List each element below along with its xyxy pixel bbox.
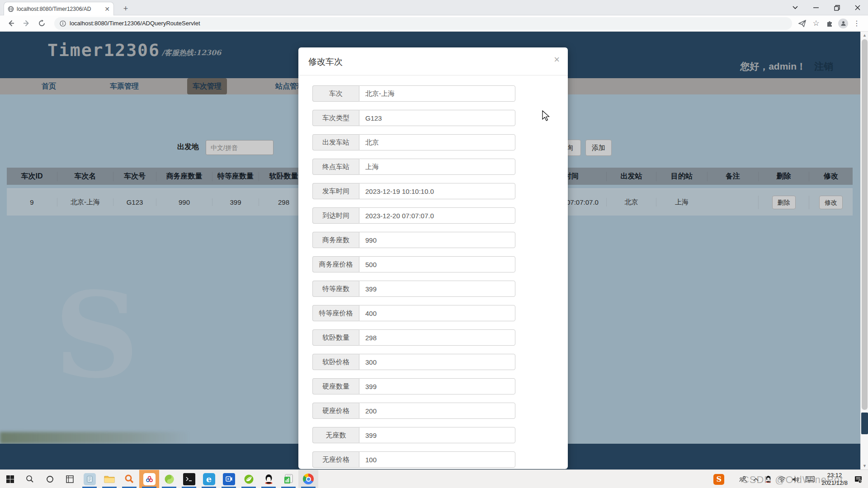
- field-input[interactable]: [359, 110, 515, 126]
- field-input[interactable]: [359, 354, 515, 370]
- scroll-up-icon[interactable]: ▲: [861, 32, 868, 39]
- tray-qq-icon[interactable]: [765, 475, 772, 483]
- field-train-type: 车次类型: [312, 110, 568, 126]
- action-center-icon[interactable]: [854, 476, 862, 483]
- back-icon[interactable]: [5, 17, 17, 30]
- field-label: 商务座数: [312, 232, 359, 248]
- info-icon[interactable]: [60, 20, 66, 27]
- clock-time: 23:12: [821, 472, 848, 479]
- field-input[interactable]: [359, 305, 515, 321]
- reload-icon[interactable]: [35, 17, 48, 30]
- field-input[interactable]: [359, 232, 515, 248]
- qq-icon[interactable]: [259, 470, 278, 488]
- field-hard-price: 硬座价格: [312, 403, 568, 419]
- restore-button[interactable]: [826, 0, 847, 15]
- field-label: 软卧价格: [312, 354, 359, 370]
- field-label: 到达时间: [312, 207, 359, 224]
- field-label: 特等座价格: [312, 305, 359, 321]
- field-label: 硬座价格: [312, 403, 359, 419]
- field-premium-count: 特等座数: [312, 281, 568, 297]
- volume-icon[interactable]: [792, 476, 799, 483]
- clock-date: 2021/12/8: [821, 479, 848, 487]
- field-label: 车次: [312, 85, 359, 102]
- tray-clock[interactable]: 23:12 2021/12/8: [821, 472, 848, 487]
- tray-people-icon[interactable]: [739, 476, 747, 483]
- video-app-icon[interactable]: [219, 470, 239, 488]
- tray-s-icon[interactable]: S: [713, 474, 724, 485]
- field-input[interactable]: [359, 159, 515, 175]
- tab-title: localhost:8080/Timer12306/AD: [17, 6, 103, 12]
- browser-toolbar: localhost:8080/Timer12306/ADQueryRouteSe…: [0, 15, 868, 32]
- scrollbar-thumb[interactable]: [862, 39, 868, 410]
- toolbar-icons: ☆ ⋮: [796, 17, 863, 30]
- profile-avatar[interactable]: [836, 17, 850, 30]
- scroll-down-icon[interactable]: ▼: [861, 462, 868, 469]
- field-standing-count: 无座数: [312, 427, 568, 443]
- field-input[interactable]: [359, 451, 515, 468]
- url-text[interactable]: localhost:8080/Timer12306/ADQueryRouteSe…: [70, 20, 200, 27]
- network-wifi-icon[interactable]: [778, 476, 786, 483]
- field-label: 无座数: [312, 427, 359, 443]
- field-input[interactable]: [359, 207, 515, 224]
- modal-close-icon[interactable]: ×: [554, 54, 560, 66]
- tab-strip: localhost:8080/Timer12306/AD ✕ +: [0, 0, 868, 15]
- scrollbar-marker: [861, 413, 868, 434]
- address-bar[interactable]: localhost:8080/Timer12306/ADQueryRouteSe…: [54, 17, 792, 30]
- spring-tool-icon[interactable]: [239, 470, 259, 488]
- active-app-icon[interactable]: [139, 470, 159, 488]
- orange-search-app-icon[interactable]: [119, 470, 139, 488]
- chrome-icon[interactable]: [298, 470, 318, 488]
- field-input[interactable]: [359, 427, 515, 443]
- cmd-icon[interactable]: [179, 470, 199, 488]
- green-ball-app-icon[interactable]: [159, 470, 179, 488]
- app-notepad-icon[interactable]: [80, 470, 99, 488]
- new-tab-button[interactable]: +: [120, 4, 131, 14]
- keyboard-icon[interactable]: [806, 476, 815, 482]
- field-input[interactable]: [359, 183, 515, 199]
- file-explorer-icon[interactable]: [99, 470, 119, 488]
- ie-browser-icon[interactable]: e: [199, 470, 219, 488]
- field-input[interactable]: [359, 281, 515, 297]
- taskbar: e CSDN @OldWinePot S 23:12 2021/12/8: [0, 469, 868, 488]
- modal-title: 修改车次: [308, 56, 343, 68]
- edit-train-modal: 修改车次 × 车次 车次类型 出发车站 终点车站: [298, 47, 568, 469]
- field-train-name: 车次: [312, 85, 568, 102]
- field-label: 商务座价格: [312, 256, 359, 272]
- field-input[interactable]: [359, 329, 515, 346]
- field-input[interactable]: [359, 403, 515, 419]
- field-soft-price: 软卧价格: [312, 354, 568, 370]
- tray-expand-chevron-icon[interactable]: [753, 478, 759, 481]
- green-doc-app-icon[interactable]: [278, 470, 298, 488]
- field-business-count: 商务座数: [312, 232, 568, 248]
- field-label: 车次类型: [312, 110, 359, 126]
- field-label: 无座价格: [312, 451, 359, 468]
- extensions-puzzle-icon[interactable]: [823, 17, 836, 30]
- page-scrollbar[interactable]: ▲ ▼: [860, 32, 868, 469]
- share-icon[interactable]: [796, 17, 809, 30]
- bookmark-star-icon[interactable]: ☆: [809, 17, 823, 30]
- field-business-price: 商务座价格: [312, 256, 568, 272]
- field-label: 终点车站: [312, 159, 359, 175]
- field-label: 特等座数: [312, 281, 359, 297]
- taskbar-search-icon[interactable]: [20, 470, 40, 488]
- browser-tab[interactable]: localhost:8080/Timer12306/AD ✕: [4, 2, 114, 15]
- globe-favicon-icon: [8, 6, 14, 12]
- forward-icon[interactable]: [20, 17, 33, 30]
- field-input[interactable]: [359, 378, 515, 394]
- field-input[interactable]: [359, 256, 515, 272]
- mouse-cursor: [542, 110, 551, 124]
- task-view-icon[interactable]: [60, 470, 80, 488]
- start-button[interactable]: [0, 470, 20, 488]
- field-input[interactable]: [359, 85, 515, 102]
- tab-close-icon[interactable]: ✕: [104, 5, 110, 13]
- field-input[interactable]: [359, 134, 515, 150]
- modal-header: 修改车次 ×: [298, 47, 568, 75]
- cortana-icon[interactable]: [40, 470, 60, 488]
- chevron-down-icon[interactable]: [785, 0, 806, 15]
- menu-kebab-icon[interactable]: ⋮: [850, 17, 863, 30]
- close-button[interactable]: [847, 0, 868, 15]
- field-depart-time: 发车时间: [312, 183, 568, 199]
- minimize-button[interactable]: [806, 0, 826, 15]
- field-label: 出发车站: [312, 134, 359, 150]
- browser-window: localhost:8080/Timer12306/AD ✕ + localho…: [0, 0, 868, 488]
